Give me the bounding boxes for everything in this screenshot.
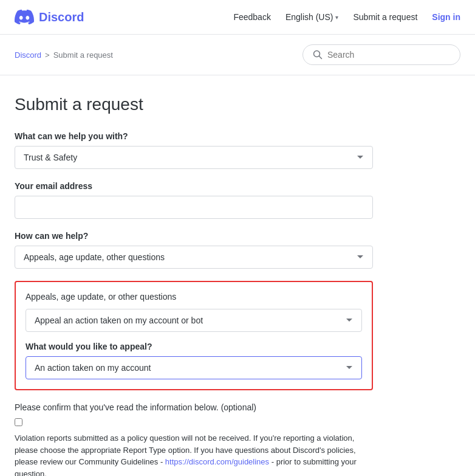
nav-submit-request[interactable]: Submit a request xyxy=(353,12,417,22)
nav-language[interactable]: English (US) ▾ xyxy=(285,12,339,22)
help-topic-label: What can we help you with? xyxy=(15,131,398,141)
highlight-section-label: Appeals, age update, or other questions xyxy=(26,292,362,302)
how-help-select[interactable]: Appeals, age update, other questions Rep… xyxy=(15,246,373,269)
breadcrumb: Discord > Submit a request xyxy=(15,50,113,60)
subheader: Discord > Submit a request xyxy=(0,35,475,75)
nav-sign-in[interactable]: Sign in xyxy=(432,12,460,22)
help-topic-group: What can we help you with? Trust & Safet… xyxy=(15,131,398,169)
confirm-section: Please confirm that you've read the info… xyxy=(15,402,373,476)
email-input[interactable] xyxy=(15,196,373,219)
header: Discord Feedback English (US) ▾ Submit a… xyxy=(0,0,475,35)
confirm-checkbox[interactable] xyxy=(15,418,22,426)
search-box xyxy=(302,44,460,65)
nav-feedback[interactable]: Feedback xyxy=(233,12,270,22)
language-chevron-icon: ▾ xyxy=(335,14,338,21)
main-content: Submit a request What can we help you wi… xyxy=(0,75,413,476)
appeal-type-select[interactable]: Appeal an action taken on my account or … xyxy=(26,309,362,332)
help-topic-select[interactable]: Trust & Safety Billing Help & Questions … xyxy=(15,146,373,169)
appeal-what-group: What would you like to appeal? An action… xyxy=(26,342,362,379)
search-icon xyxy=(313,50,323,60)
confirm-checkbox-row xyxy=(15,417,373,426)
how-help-group: How can we help? Appeals, age update, ot… xyxy=(15,231,398,269)
confirm-label: Please confirm that you've read the info… xyxy=(15,402,373,412)
page-title: Submit a request xyxy=(15,95,398,114)
search-input[interactable] xyxy=(327,50,450,60)
appeal-what-label: What would you like to appeal? xyxy=(26,342,362,351)
logo-link[interactable]: Discord xyxy=(15,7,84,27)
logo-text: Discord xyxy=(39,10,84,24)
breadcrumb-separator: > xyxy=(45,50,50,60)
highlighted-section: Appeals, age update, or other questions … xyxy=(15,281,373,390)
guidelines-link[interactable]: https://discord.com/guidelines xyxy=(165,457,269,466)
breadcrumb-current: Submit a request xyxy=(53,50,113,60)
notice-text: Violation reports submitted as a policy … xyxy=(15,432,373,476)
appeal-what-select[interactable]: An action taken on my account An action … xyxy=(26,356,362,379)
how-help-label: How can we help? xyxy=(15,231,398,241)
breadcrumb-home[interactable]: Discord xyxy=(15,50,41,60)
appeal-type-group: Appeal an action taken on my account or … xyxy=(26,309,362,332)
main-nav: Feedback English (US) ▾ Submit a request… xyxy=(233,12,460,22)
discord-logo-icon xyxy=(15,7,34,27)
email-label: Your email address xyxy=(15,181,398,191)
email-group: Your email address xyxy=(15,181,398,219)
svg-line-1 xyxy=(320,57,322,59)
